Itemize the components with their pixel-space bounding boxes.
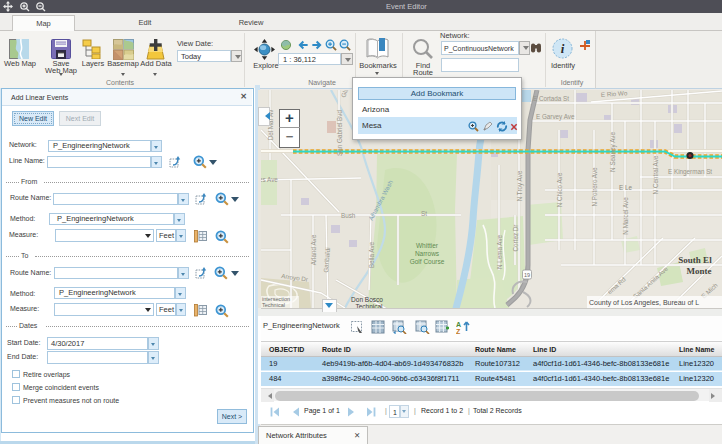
svg-text:Cortez Dr: Cortez Dr xyxy=(512,225,519,252)
svg-text:Golf Course: Golf Course xyxy=(410,258,445,265)
svg-text:N Potrero Ave: N Potrero Ave xyxy=(591,167,598,207)
svg-text:N Chico Ave: N Chico Ave xyxy=(556,172,563,207)
svg-text:E Cortada St: E Cortada St xyxy=(533,95,569,102)
svg-text:Bella Ave: Bella Ave xyxy=(368,241,375,268)
svg-text:St: St xyxy=(421,210,427,217)
svg-text:i: i xyxy=(561,41,565,56)
svg-text:Monte: Monte xyxy=(687,266,712,276)
svg-text:N Lema Ave: N Lema Ave xyxy=(496,234,503,269)
svg-text:Don Bosco: Don Bosco xyxy=(351,296,383,303)
svg-text:N Central Ave: N Central Ave xyxy=(652,155,659,194)
svg-text:E Garvey Ave: E Garvey Ave xyxy=(536,113,575,121)
svg-text:San Gabriel Bvd: San Gabriel Bvd xyxy=(336,110,343,156)
svg-text:Narrows: Narrows xyxy=(415,250,440,257)
svg-text:es Ave: es Ave xyxy=(261,176,278,183)
svg-text:19: 19 xyxy=(524,272,530,278)
svg-text:South El: South El xyxy=(678,255,712,265)
svg-text:N Seaney Ave: N Seaney Ave xyxy=(609,132,617,172)
svg-text:N Troy Ave: N Troy Ave xyxy=(516,170,524,201)
svg-text:E Kingerman St: E Kingerman St xyxy=(668,168,712,176)
svg-text:E Le: E Le xyxy=(619,184,632,191)
svg-text:County of Los Angeles, Bureau: County of Los Angeles, Bureau of L xyxy=(589,299,699,307)
svg-text:Bush: Bush xyxy=(341,212,356,219)
svg-text:Arland Ave: Arland Ave xyxy=(310,234,317,265)
svg-text:A: A xyxy=(456,321,461,328)
svg-text:Z: Z xyxy=(456,328,461,334)
svg-text:N Marcel Ave: N Marcel Ave xyxy=(622,197,629,235)
svg-text:Whittier: Whittier xyxy=(416,242,439,249)
